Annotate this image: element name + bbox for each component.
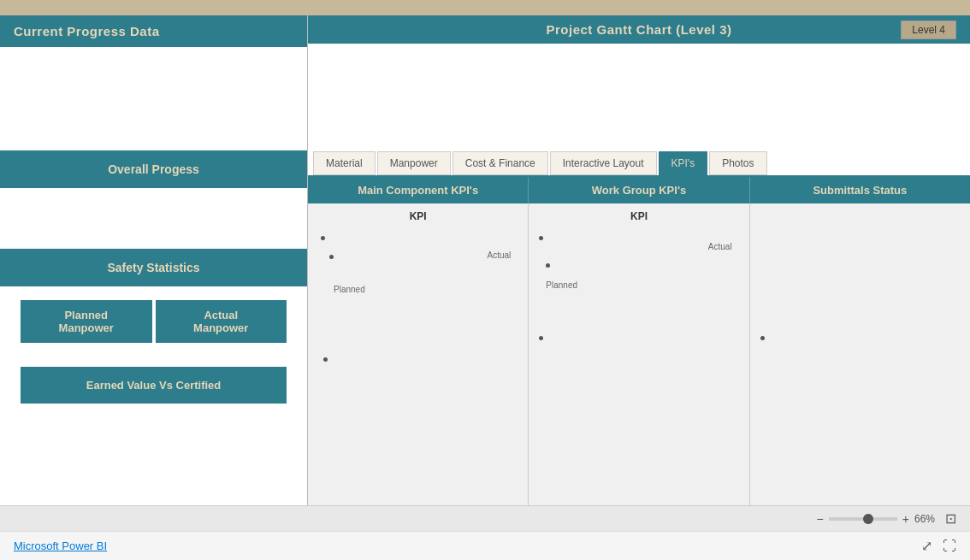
actual-manpower-line1: Actual <box>204 309 238 321</box>
level-button[interactable]: Level 4 <box>901 21 956 39</box>
kpi-col-main: KPI Actual Planned <box>308 203 529 505</box>
sidebar-middle-blank <box>0 188 307 248</box>
kpi-section-main: Main Component KPI's <box>308 177 529 203</box>
actual-manpower-button[interactable]: Actual Manpower <box>156 300 287 343</box>
tab-interactive-layout[interactable]: Interactive Layout <box>550 151 657 175</box>
kpi-section-workgroup-label: Work Group KPI's <box>592 184 686 197</box>
kpi-section-workgroup: Work Group KPI's <box>529 177 749 203</box>
actual-manpower-line2: Manpower <box>193 321 248 334</box>
overall-progress-label: Overall Progess <box>108 162 199 176</box>
left-column: Current Progress Data Overall Progess Sa… <box>0 15 308 505</box>
tab-kpis-label: KPI's <box>671 157 695 169</box>
zoom-control: − + 66% <box>817 512 935 526</box>
sidebar-top-blank <box>0 47 307 150</box>
overall-progress-section: Overall Progess <box>0 150 307 188</box>
tab-kpis[interactable]: KPI's <box>659 151 708 175</box>
tab-photos-label: Photos <box>722 157 754 169</box>
kpi-col-submittals <box>750 203 970 505</box>
kpi-col1-planned: Planned <box>334 285 365 294</box>
kpi-section-header: Main Component KPI's Work Group KPI's Su… <box>308 177 970 203</box>
kpi-col2-actual: Actual <box>708 242 732 251</box>
planned-manpower-button[interactable]: Planned Manpower <box>21 300 152 343</box>
kpi-chart-area: Material Manpower Cost & Finance Interac… <box>308 146 970 505</box>
tab-material-label: Material <box>326 157 363 169</box>
planned-manpower-line1: Planned <box>64 309 108 321</box>
zoom-slider[interactable] <box>829 517 897 521</box>
powerbi-link[interactable]: Microsoft Power BI <box>14 539 107 552</box>
kpi-col2-title: KPI <box>535 210 742 222</box>
kpi-section-main-label: Main Component KPI's <box>358 184 478 197</box>
kpi-col-workgroup: KPI Actual Planned <box>529 203 749 505</box>
dot-marker <box>329 255 334 259</box>
planned-manpower-line2: Manpower <box>59 321 114 334</box>
kpi-content: KPI Actual Planned KPI Actual Planned <box>308 203 970 505</box>
zoom-out-button[interactable]: − <box>817 512 824 526</box>
fullscreen-button[interactable]: ⛶ <box>943 538 956 554</box>
manpower-section: Planned Manpower Actual Manpower <box>0 286 307 357</box>
tab-material[interactable]: Material <box>313 151 376 175</box>
dot-marker <box>539 336 543 340</box>
tab-interactive-layout-label: Interactive Layout <box>563 157 644 169</box>
zoom-slider-thumb <box>863 514 873 524</box>
manpower-buttons: Planned Manpower Actual Manpower <box>10 293 297 350</box>
current-progress-title: Current Progress Data <box>14 24 160 38</box>
kpi-col1-actual: Actual <box>488 251 512 260</box>
footer: Microsoft Power BI ⤢ ⛶ <box>0 531 970 560</box>
bottom-bar: − + 66% ⊡ <box>0 505 970 531</box>
earned-value-label: Earned Value Vs Certified <box>21 367 287 404</box>
dot-marker <box>539 236 543 240</box>
dot-marker <box>321 236 325 240</box>
tab-manpower-label: Manpower <box>390 157 438 169</box>
safety-statistics-label: Safety Statistics <box>107 261 199 274</box>
dot-marker <box>546 263 550 268</box>
gantt-header: Project Gantt Chart (Level 3) Level 4 <box>308 15 970 44</box>
kpi-section-submittals-label: Submittals Status <box>813 184 907 197</box>
share-button[interactable]: ⤢ <box>921 538 932 554</box>
tab-cost-finance-label: Cost & Finance <box>465 157 535 169</box>
sidebar-footer-blank <box>0 417 307 505</box>
kpi-col1-title: KPI <box>315 210 521 222</box>
kpi-col2-planned: Planned <box>546 280 577 290</box>
tabs-row: Material Manpower Cost & Finance Interac… <box>308 146 970 177</box>
earned-value-section: Earned Value Vs Certified <box>0 357 307 417</box>
gantt-chart-area <box>308 44 970 146</box>
tab-manpower[interactable]: Manpower <box>377 151 451 175</box>
top-strip <box>0 0 970 15</box>
earned-value-text: Earned Value Vs Certified <box>86 379 222 392</box>
right-column: Project Gantt Chart (Level 3) Level 4 Ma… <box>308 15 970 505</box>
safety-statistics-section: Safety Statistics <box>0 249 307 286</box>
zoom-percent: 66% <box>914 513 935 525</box>
gantt-title: Project Gantt Chart (Level 3) <box>546 22 731 37</box>
zoom-in-button[interactable]: + <box>902 512 909 526</box>
footer-icons: ⤢ ⛶ <box>921 538 956 554</box>
kpi-section-submittals: Submittals Status <box>750 177 970 203</box>
fit-page-button[interactable]: ⊡ <box>945 510 956 527</box>
tab-cost-finance[interactable]: Cost & Finance <box>452 151 548 175</box>
dot-marker <box>760 336 765 340</box>
tab-photos[interactable]: Photos <box>709 151 766 175</box>
current-progress-header: Current Progress Data <box>0 15 307 47</box>
powerbi-link-text: Microsoft Power BI <box>14 539 107 552</box>
dot-marker <box>323 357 328 362</box>
